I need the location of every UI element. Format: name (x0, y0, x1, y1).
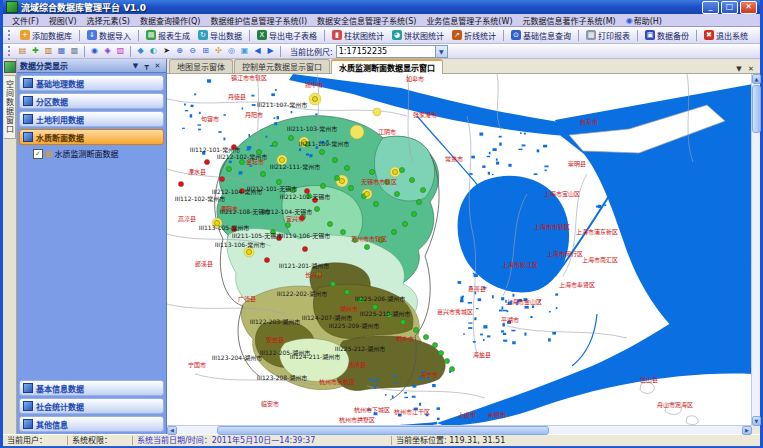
vertical-scrollbar[interactable]: ▲ ▼ (751, 74, 760, 426)
chevron-down-icon[interactable]: ▼ (435, 46, 447, 57)
maximize-button[interactable]: □ (721, 1, 738, 14)
svg-text:江阴市: 江阴市 (378, 128, 396, 136)
layer-icon (23, 383, 33, 393)
print-icon[interactable]: ▩ (68, 45, 81, 57)
menu-view[interactable]: 视图(V) (44, 15, 82, 26)
toolbar-grip (8, 30, 13, 40)
menu-metadata-subsystem[interactable]: 元数据信息著作子系统(M) (518, 15, 621, 26)
sidebar-group-social-stats[interactable]: 社会统计数据 (19, 398, 164, 414)
sidebar-group-water-quality-section[interactable]: 水质断面数据 (19, 129, 164, 145)
add-database-button[interactable]: +添加数据库 (16, 28, 76, 43)
menu-data-security-subsystem[interactable]: 数据安全信息管理子系统(S) (312, 15, 421, 26)
status-current-user: 当前用户： (3, 436, 68, 445)
horizontal-scroll-thumb[interactable] (217, 426, 549, 435)
vertical-scroll-thumb[interactable] (752, 85, 761, 133)
data-import-button[interactable]: ⇓数据导入 (83, 28, 135, 43)
data-backup-button[interactable]: ▣数据备份 (641, 28, 693, 43)
document-tabstrip: 地图显示窗体 控制单元数据显示窗口 水质监测断面数据显示窗口 ▼ ✕ (167, 59, 760, 74)
svg-text:III212-111-常州市: III212-111-常州市 (270, 163, 321, 171)
pan-hand-icon[interactable]: ✣ (212, 45, 225, 57)
help-icon: ◉ (626, 16, 633, 25)
app-icon (6, 1, 18, 13)
exit-system-button[interactable]: ✖退出系统 (700, 28, 752, 43)
report-generate-button[interactable]: ▤报表生成 (142, 28, 194, 43)
menu-data-query[interactable]: 数据查询操作(Q) (135, 15, 206, 26)
layers-icon[interactable]: ▧ (114, 45, 127, 57)
menu-data-maintenance-subsystem[interactable]: 数据维护信息管理子系统(I) (205, 15, 312, 26)
zoom-window-icon[interactable]: ⊞ (199, 45, 212, 57)
full-extent-icon[interactable]: ▣ (238, 45, 251, 57)
import-icon: ⇓ (87, 30, 97, 40)
sidebar-group-other-info[interactable]: 其他信息 (19, 416, 164, 432)
tab-control-unit-data-window[interactable]: 控制单元数据显示窗口 (234, 59, 330, 73)
folder-icon[interactable]: ▥ (42, 45, 55, 57)
sidebar-group-basic-info[interactable]: 基本信息数据 (19, 380, 164, 396)
dock-tab-spatial-data[interactable]: 空间数据窗口 (4, 75, 16, 139)
menu-business-subsystem[interactable]: 业务信息管理子系统(W) (421, 15, 517, 26)
svg-text:III211-105-无锡市: III211-105-无锡市 (232, 232, 283, 240)
scroll-left-icon[interactable]: ◀ (167, 426, 177, 435)
zoom-in-icon[interactable]: ⊕ (173, 45, 186, 57)
tab-close-icon[interactable]: ✕ (745, 65, 757, 73)
tab-water-quality-monitoring-window[interactable]: 水质监测断面数据显示窗口 (331, 59, 443, 74)
tab-dropdown-icon[interactable]: ▼ (733, 65, 745, 73)
menu-select-elements[interactable]: 选择元素(S) (82, 15, 135, 26)
add-icon[interactable]: ✚ (29, 45, 42, 57)
close-button[interactable]: ✕ (740, 1, 757, 14)
svg-text:海宁市: 海宁市 (420, 371, 438, 379)
scroll-right-icon[interactable]: ▶ (742, 426, 752, 435)
forward-arrow-icon[interactable]: ▶ (264, 45, 277, 57)
svg-text:上海市南汇区: 上海市南汇区 (582, 256, 618, 264)
stats-icon[interactable]: ◐ (147, 45, 160, 57)
pin-icon[interactable]: ┳ (141, 62, 152, 70)
svg-text:III112-102-常州市: III112-102-常州市 (175, 195, 226, 203)
zoom-out-icon[interactable]: ⊖ (186, 45, 199, 57)
line-chart-stats-button[interactable]: ↗折线统计 (448, 28, 500, 43)
svg-text:III113-106-常州市: III113-106-常州市 (215, 241, 266, 249)
backup-icon: ▣ (645, 30, 655, 40)
scale-value: 1:17152235 (339, 46, 435, 57)
svg-text:III225-210-湖州市: III225-210-湖州市 (360, 310, 411, 318)
properties-icon[interactable]: ◈ (101, 45, 114, 57)
open-folder-icon[interactable]: ▤ (16, 45, 29, 57)
tree-item-monitoring-section-data[interactable]: ✓ ▤ 水质监测断面数据 (17, 145, 166, 162)
export-data-button[interactable]: ↻导出数据 (194, 28, 246, 43)
scale-combobox[interactable]: 1:17152235 ▼ (336, 45, 448, 58)
export-spreadsheet-button[interactable]: X导出电子表格 (253, 28, 321, 43)
report-icon: ▤ (146, 30, 156, 40)
svg-text:III212-104-无锡市: III212-104-无锡市 (262, 208, 313, 216)
menu-help[interactable]: ◉帮助(H) (621, 15, 667, 26)
save-icon[interactable]: ▦ (55, 45, 68, 57)
info-icon[interactable]: ◉ (88, 45, 101, 57)
scroll-down-icon[interactable]: ▼ (752, 416, 761, 426)
select-arrow-icon[interactable]: ➤ (160, 45, 173, 57)
horizontal-scrollbar[interactable]: ◀ ▶ (167, 425, 752, 434)
chevron-down-icon[interactable]: ▼ (130, 62, 141, 70)
scroll-up-icon[interactable]: ▲ (752, 74, 761, 84)
globe-icon[interactable]: ◎ (225, 45, 238, 57)
minimize-button[interactable]: _ (702, 1, 719, 14)
svg-text:III124-207-湖州市: III124-207-湖州市 (302, 314, 353, 322)
toolbar-separator (578, 30, 579, 41)
svg-text:上海市金山区: 上海市金山区 (506, 298, 542, 306)
flag-icon[interactable]: ◆ (134, 45, 147, 57)
tab-map-window[interactable]: 地图显示窗体 (169, 59, 233, 73)
svg-text:高淳县: 高淳县 (178, 215, 196, 223)
scrollbar-corner (752, 426, 760, 434)
sidebar-group-zoning[interactable]: 分区数据 (19, 93, 164, 109)
basic-info-query-button[interactable]: ⊙基础信息查询 (507, 28, 575, 43)
svg-text:上虞市: 上虞市 (458, 411, 476, 419)
sidebar-group-landuse[interactable]: 土地利用数据 (19, 111, 164, 127)
map-canvas[interactable]: 镇江市市辖区扬中市如皋市丹徒县丹阳市句容市张家港市江阴市常熟市金坛市溧水县溧阳市… (167, 74, 753, 427)
close-icon[interactable]: ✕ (152, 62, 163, 70)
title-bar: 流域综合数据库管理平台 V1.0 _ □ ✕ (3, 0, 760, 14)
checkbox-checked[interactable]: ✓ (33, 149, 43, 159)
line-chart-icon: ↗ (452, 30, 462, 40)
sidebar-group-basic-geo[interactable]: 基础地理数据 (19, 75, 164, 91)
svg-text:杭州市余杭区: 杭州市余杭区 (319, 378, 355, 386)
print-report-button[interactable]: ▩打印报表 (582, 28, 634, 43)
back-arrow-icon[interactable]: ◀ (251, 45, 264, 57)
menu-file[interactable]: 文件(F) (7, 15, 44, 26)
pie-chart-stats-button[interactable]: ◕饼状图统计 (388, 28, 448, 43)
bar-chart-stats-button[interactable]: ▮柱状图统计 (328, 28, 388, 43)
